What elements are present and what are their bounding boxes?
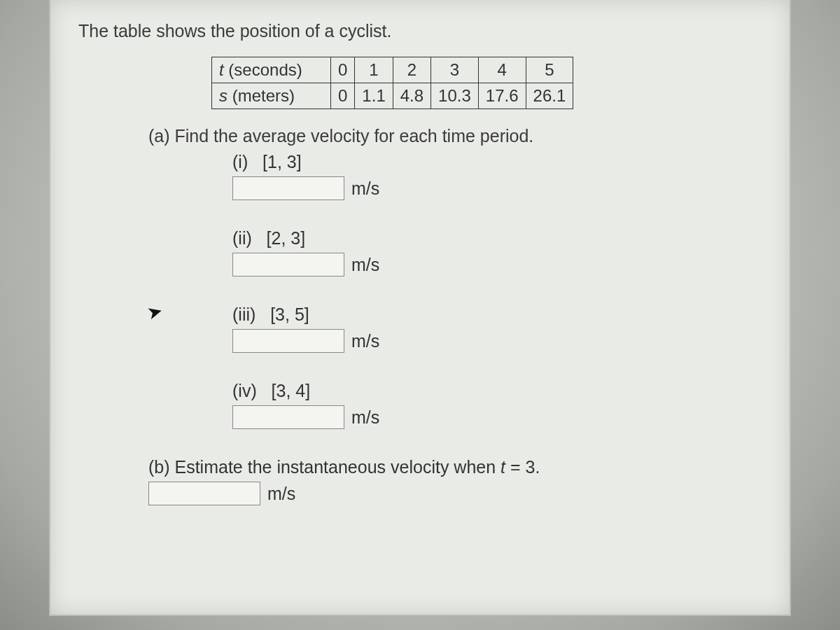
subpart-iii-num: (iii) (232, 304, 255, 324)
part-b-pre: (b) Estimate the instantaneous velocity … (148, 457, 500, 477)
s-cell-4: 17.6 (478, 83, 526, 109)
unit-iii: m/s (351, 331, 379, 351)
subpart-i-input-line: m/s (232, 176, 762, 200)
s-var: s (219, 86, 227, 105)
subpart-iii: (iii) [3, 5] m/s (232, 304, 762, 353)
table-row-t: t (seconds) 0 1 2 3 4 5 (212, 57, 573, 83)
subpart-ii-label: (ii) [2, 3] (232, 228, 762, 248)
subpart-iii-interval: [3, 5] (270, 304, 309, 324)
t-cell-5: 5 (526, 57, 573, 83)
answer-input-ii[interactable] (232, 253, 344, 276)
s-cell-2: 4.8 (393, 83, 430, 109)
t-cell-1: 1 (355, 57, 393, 83)
subpart-i-num: (i) (232, 152, 248, 172)
unit-b: m/s (267, 484, 295, 504)
subpart-ii-interval: [2, 3] (267, 228, 306, 248)
table-row-s: s (meters) 0 1.1 4.8 10.3 17.6 26.1 (212, 83, 573, 109)
subpart-iii-input-line: m/s (232, 329, 762, 353)
subpart-iii-label: (iii) [3, 5] (232, 304, 762, 325)
subpart-i-interval: [1, 3] (262, 152, 302, 172)
unit-i: m/s (351, 178, 379, 199)
t-cell-0: 0 (331, 57, 355, 83)
subpart-iv: (iv) [3, 4] m/s (232, 381, 762, 429)
part-b-input-line: m/s (148, 482, 762, 505)
subpart-ii-input-line: m/s (232, 253, 762, 276)
part-b-var: t (500, 457, 505, 477)
s-row-label: s (meters) (212, 83, 331, 109)
s-cell-1: 1.1 (355, 83, 393, 109)
intro-text: The table shows the position of a cyclis… (78, 21, 762, 41)
subpart-ii-num: (ii) (232, 228, 252, 248)
answer-input-iv[interactable] (232, 405, 344, 429)
subpart-iv-label: (iv) [3, 4] (232, 381, 762, 401)
t-row-label: t (seconds) (212, 57, 331, 83)
t-var: t (219, 60, 224, 79)
part-a-subparts: (i) [1, 3] m/s (ii) [2, 3] m/s (iii) [3,… (232, 152, 762, 429)
answer-input-b[interactable] (148, 482, 260, 505)
unit-ii: m/s (351, 255, 379, 275)
unit-iv: m/s (351, 407, 379, 428)
s-cell-3: 10.3 (431, 83, 479, 109)
t-cell-2: 2 (393, 57, 430, 83)
t-cell-3: 3 (431, 57, 479, 83)
position-table: t (seconds) 0 1 2 3 4 5 s (meters) 0 1.1… (211, 57, 573, 109)
t-rest: (seconds) (224, 60, 302, 79)
answer-input-iii[interactable] (232, 329, 344, 353)
s-rest: (meters) (227, 86, 295, 105)
s-cell-5: 26.1 (526, 83, 573, 109)
answer-input-i[interactable] (232, 176, 344, 200)
subpart-ii: (ii) [2, 3] m/s (232, 228, 762, 276)
part-b-block: (b) Estimate the instantaneous velocity … (148, 457, 762, 505)
part-b-post: = 3. (505, 457, 540, 477)
subpart-iv-num: (iv) (232, 381, 257, 400)
subpart-i: (i) [1, 3] m/s (232, 152, 762, 200)
part-b-prompt: (b) Estimate the instantaneous velocity … (148, 457, 762, 477)
subpart-iv-interval: [3, 4] (272, 381, 311, 400)
subpart-iv-input-line: m/s (232, 405, 762, 429)
subpart-i-label: (i) [1, 3] (232, 152, 762, 172)
part-a-prompt: (a) Find the average velocity for each t… (148, 126, 762, 146)
s-cell-0: 0 (331, 83, 355, 109)
t-cell-4: 4 (478, 57, 526, 83)
